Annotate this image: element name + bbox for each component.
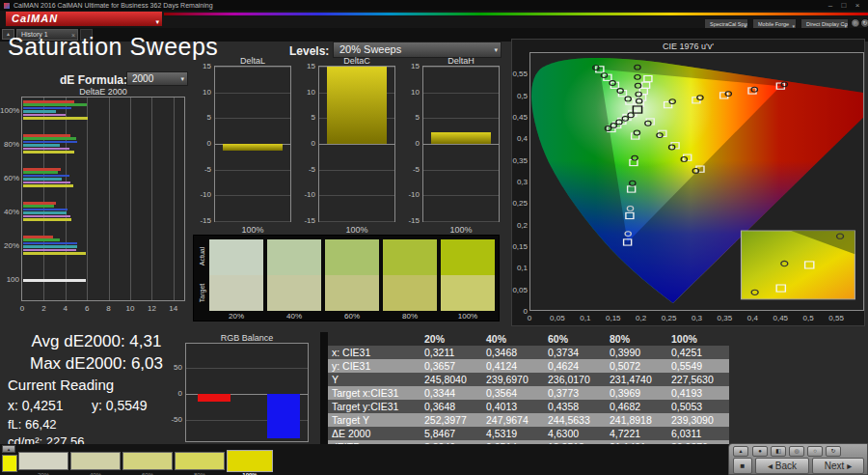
table-cell: 4,7221 — [606, 427, 667, 440]
gridline — [215, 118, 290, 119]
de-formula-label: dE Formula: — [60, 73, 127, 87]
reading-fl: fL: 66,42 — [8, 417, 57, 432]
actual-label: Actual — [199, 238, 205, 275]
bar-magenta — [23, 249, 76, 252]
group-label: 60% — [0, 174, 19, 182]
table-cell: 0,5549 — [667, 359, 729, 373]
level-label: 60% — [325, 312, 379, 321]
table-cell: 0,3344 — [420, 386, 482, 400]
bar-green — [23, 171, 58, 174]
y-tick: -15 — [404, 216, 420, 225]
bar-green — [23, 137, 76, 140]
group-label: 40% — [0, 208, 19, 216]
x-tick: 8 — [103, 304, 115, 313]
toolbar-icon-button[interactable]: ↻ — [826, 446, 841, 457]
actual-swatch-100% — [441, 239, 495, 275]
swatch-button-40%[interactable] — [70, 452, 121, 470]
rgb-bar-blue — [267, 394, 300, 438]
table-cell: 0,4124 — [482, 359, 544, 373]
gridline — [423, 221, 499, 222]
next-button[interactable]: Next ▸ — [812, 458, 864, 474]
gridline — [130, 98, 131, 300]
bar-green — [23, 205, 54, 208]
swatch-button-60%[interactable] — [122, 452, 173, 470]
table-cell: 4,6300 — [544, 427, 606, 440]
bar-green — [23, 238, 60, 241]
maximize-button[interactable]: □ — [837, 1, 851, 11]
calman-logo-menu[interactable]: CalMAN ▾ — [6, 12, 162, 26]
y-tick: 5 — [300, 113, 315, 122]
x-tick: 6 — [81, 304, 93, 313]
gridline — [215, 93, 290, 94]
bar-magenta — [23, 215, 70, 218]
back-button[interactable]: ◂ Back — [755, 458, 809, 474]
window-titlebar: CalMAN 2016 CalMAN Ultimate for Business… — [0, 0, 868, 11]
minimize-button[interactable]: – — [824, 1, 837, 11]
target-swatch-40% — [267, 275, 321, 311]
bar-green — [23, 103, 87, 106]
table-cell: 239,6970 — [482, 373, 544, 386]
cie-x-tick: 0,55 — [827, 314, 846, 322]
table-cell: 0,3657 — [420, 359, 482, 373]
target-swatch-80% — [383, 275, 437, 311]
toolbar-icon-button[interactable]: ○ — [807, 446, 823, 457]
column-header: 60% — [544, 332, 606, 346]
gridline — [319, 170, 394, 171]
cie-y-tick: 0,1 — [508, 264, 528, 272]
collapse-toolbar-button[interactable]: ▴ — [733, 446, 748, 457]
y-tick: -10 — [300, 190, 315, 199]
gridline — [319, 144, 394, 145]
toolbar-icon-button[interactable]: ● — [752, 446, 768, 457]
expand-strip-button[interactable]: ▴ — [2, 445, 15, 453]
gridline — [151, 98, 152, 300]
refresh-round-button[interactable]: ↻ — [860, 18, 868, 28]
table-cell: 0,3773 — [544, 386, 606, 400]
cie-x-tick: 0,35 — [715, 314, 734, 322]
cie-x-tick: 0,45 — [771, 314, 790, 322]
gridline — [43, 98, 44, 300]
close-button[interactable]: × — [851, 1, 864, 11]
toolbar-icon-button[interactable]: ◧ — [771, 446, 786, 457]
table-cell: 0,3564 — [482, 386, 544, 400]
bar-yellow — [23, 117, 88, 120]
swatch-button-100%[interactable] — [227, 450, 273, 472]
stop-button[interactable]: ■ — [733, 458, 752, 474]
bar-red — [23, 236, 53, 238]
swatch-button-20%[interactable] — [18, 452, 68, 470]
table-cell: 0,3211 — [420, 346, 482, 359]
cie-y-tick: 0,55 — [508, 70, 528, 78]
x-tick: 14 — [168, 304, 179, 313]
deltaC-title: DeltaC — [318, 56, 395, 66]
toolbar-icon-button[interactable]: ◎ — [789, 446, 804, 457]
gridline — [423, 144, 499, 145]
rgb-bar-red — [198, 394, 231, 402]
y-tick: 15 — [300, 62, 315, 70]
settings-round-button[interactable]: ◎ — [851, 18, 860, 28]
cie-y-tick: 0,45 — [508, 113, 528, 122]
row-label: x: CIE31 — [328, 346, 420, 359]
table-cell: 227,5630 — [667, 373, 729, 386]
level-label: 20% — [209, 312, 263, 321]
cie-y-tick: 0,5 — [508, 92, 528, 100]
y-tick: 10 — [404, 88, 420, 97]
bar-red — [23, 134, 70, 137]
table-header-row: 20%40%60%80%100% — [320, 332, 729, 346]
gridline — [423, 118, 499, 119]
reading-y: y: 0,5549 — [92, 398, 148, 413]
table-cell: 244,5633 — [544, 413, 606, 427]
rainbow-divider — [164, 13, 868, 15]
de-formula-dropdown[interactable]: 2000 ▾ — [126, 71, 188, 86]
bar-blue — [23, 175, 69, 178]
row-label: Target Y — [328, 413, 420, 427]
cie-inset-zoom — [742, 231, 855, 299]
table-cell: 0,4193 — [667, 386, 729, 400]
table-cell: 239,3090 — [667, 413, 729, 427]
swatch-button-80%[interactable] — [175, 452, 225, 470]
avg-de2000: Avg dE2000: 4,31 — [0, 332, 193, 351]
y-tick: 10 — [196, 88, 211, 97]
gridline — [215, 67, 290, 68]
y-tick: 0 — [165, 389, 182, 398]
gridline — [319, 195, 394, 196]
bar-cyan — [23, 144, 60, 147]
y-tick: 0 — [196, 139, 211, 148]
